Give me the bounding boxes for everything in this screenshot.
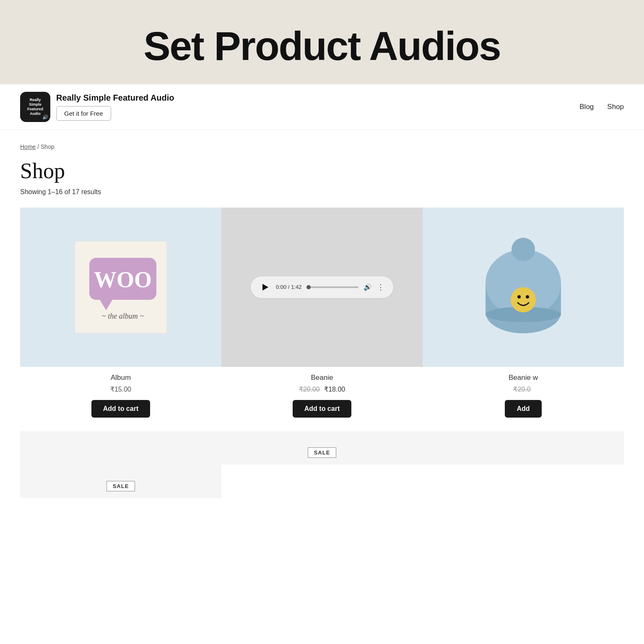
plugin-info: Really Simple Featured Audio Get it for … <box>56 93 174 121</box>
svg-point-12 <box>526 295 529 299</box>
product-image-beanie2 <box>423 208 624 367</box>
svg-point-11 <box>517 295 521 299</box>
product-card-album: WOO ~ the album ~ Album ₹15.00 Add to ca… <box>20 208 221 428</box>
add-to-cart-beanie2[interactable]: Add <box>505 400 541 418</box>
nav-links: Blog Shop <box>579 103 624 111</box>
product-name-album: Album <box>20 374 221 382</box>
audio-player[interactable]: 0:00 / 1:42 🔊 ⋮ <box>251 276 393 298</box>
nav-link-blog[interactable]: Blog <box>579 103 594 111</box>
plugin-name: Really Simple Featured Audio <box>56 93 174 103</box>
breadcrumb: Home / Shop <box>20 143 624 150</box>
add-to-cart-album[interactable]: Add to cart <box>91 400 150 418</box>
price-original-beanie: ₹20.00 <box>299 386 320 393</box>
get-free-button[interactable]: Get it for Free <box>56 106 111 121</box>
product-price-album: ₹15.00 <box>20 385 221 393</box>
price-original-beanie2: ₹20.0 <box>513 386 530 393</box>
sale-row: SALE SALE <box>20 431 624 498</box>
nav-link-shop[interactable]: Shop <box>607 103 624 111</box>
sale-card-2: SALE <box>221 431 423 465</box>
audio-progress-thumb <box>306 285 311 289</box>
product-image-beanie: 0:00 / 1:42 🔊 ⋮ <box>221 208 423 367</box>
product-card-beanie2: Beanie w ₹20.0 Add <box>423 208 624 428</box>
site-header: ReallySimpleFeaturedAudio 🔊 Really Simpl… <box>0 84 644 130</box>
price-sale-beanie: ₹18.00 <box>324 386 345 393</box>
sale-badge-4: SALE <box>106 481 135 491</box>
plugin-icon-text: ReallySimpleFeaturedAudio <box>27 98 43 116</box>
add-to-cart-beanie[interactable]: Add to cart <box>293 400 351 418</box>
hero-title: Set Product Audios <box>20 25 624 68</box>
speaker-icon: 🔊 <box>42 114 48 120</box>
product-card-beanie: 0:00 / 1:42 🔊 ⋮ Beanie ₹20.00 ₹18.00 Add… <box>221 208 423 428</box>
audio-time: 0:00 / 1:42 <box>276 284 301 290</box>
breadcrumb-separator: / <box>37 143 41 150</box>
svg-point-9 <box>512 238 535 261</box>
price-value-album: ₹15.00 <box>110 386 131 393</box>
svg-text:WOO: WOO <box>94 267 152 292</box>
plugin-logo: ReallySimpleFeaturedAudio 🔊 Really Simpl… <box>20 92 174 122</box>
svg-text:~ the   album ~: ~ the album ~ <box>102 312 144 320</box>
beanie-artwork <box>481 229 565 346</box>
album-artwork: WOO ~ the album ~ <box>66 233 175 342</box>
sale-badge-2: SALE <box>308 447 337 458</box>
results-count: Showing 1–16 of 17 results <box>20 188 624 196</box>
play-icon <box>262 284 268 291</box>
hero-banner: Set Product Audios <box>0 0 644 84</box>
audio-progress-bar[interactable] <box>306 286 358 288</box>
volume-icon[interactable]: 🔊 <box>364 283 372 291</box>
product-grid: WOO ~ the album ~ Album ₹15.00 Add to ca… <box>20 208 624 428</box>
breadcrumb-current: Shop <box>41 143 55 150</box>
plugin-icon: ReallySimpleFeaturedAudio 🔊 <box>20 92 50 122</box>
breadcrumb-home[interactable]: Home <box>20 143 36 150</box>
product-price-beanie: ₹20.00 ₹18.00 <box>221 385 423 393</box>
product-price-beanie2: ₹20.0 <box>423 385 624 393</box>
product-name-beanie: Beanie <box>221 374 423 382</box>
more-options-icon[interactable]: ⋮ <box>377 283 385 292</box>
svg-point-10 <box>511 287 536 312</box>
product-image-album: WOO ~ the album ~ <box>20 208 221 367</box>
sale-card-1 <box>20 431 221 465</box>
page-title: Shop <box>20 158 624 183</box>
sale-card-3 <box>423 431 624 465</box>
product-name-beanie2: Beanie w <box>423 374 624 382</box>
sale-card-4: SALE <box>20 465 221 498</box>
play-button[interactable] <box>259 281 271 293</box>
main-content: Home / Shop Shop Showing 1–16 of 17 resu… <box>0 130 644 518</box>
